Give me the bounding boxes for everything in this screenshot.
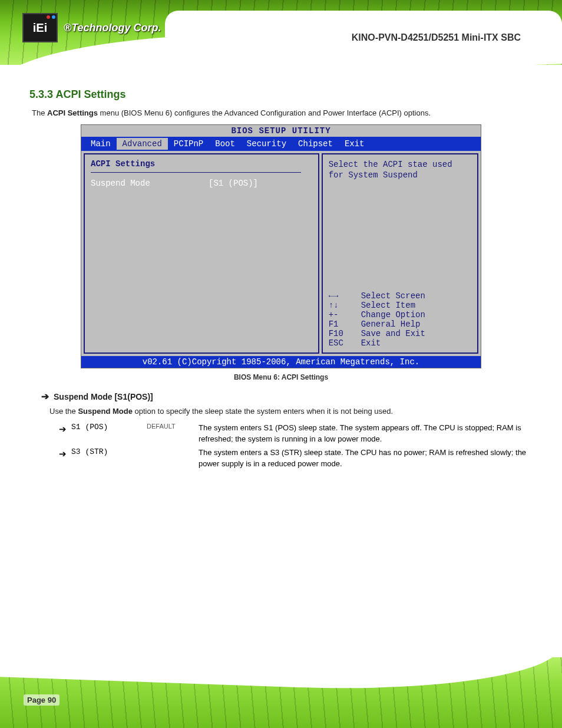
arrow-right-icon: ➔ [59,423,67,436]
bios-key-row: ESCExit [329,338,471,348]
bios-setting-row[interactable]: Suspend Mode [S1 (POS)] [91,179,312,188]
section-title: 5.3.3 ACPI Settings [29,88,538,101]
brand-text: ®Technology Corp. [64,22,161,34]
logo-mark: iEi [22,13,58,42]
document-body: 5.3.3 ACPI Settings The ACPI Settings me… [0,77,562,634]
bios-key-row: ↑↓Select Item [329,301,471,310]
bios-left-panel: ACPI Settings Suspend Mode [S1 (POS)] [84,153,319,354]
bios-setting-label: Suspend Mode [91,179,209,188]
bios-tab-chipset[interactable]: Chipset [292,138,339,150]
product-name: KINO-PVN-D4251/D5251 Mini-ITX SBC [352,32,521,43]
brand-logo: iEi ®Technology Corp. [22,13,161,42]
arrow-right-icon: ➔ [41,392,49,401]
bios-tab-pcipnp[interactable]: PCIPnP [168,138,209,150]
bios-key-row: F1General Help [329,319,471,329]
arrow-right-icon: ➔ [59,447,67,461]
option-value-desc: The system enters a S3 (STR) sleep state… [199,447,538,470]
bios-key-row: F10Save and Exit [329,329,471,338]
option-s1-row: ➔ S1 (POS) DEFAULT The system enters S1 … [59,423,538,445]
bios-tab-security[interactable]: Security [241,138,292,150]
option-heading-text: Suspend Mode [S1(POS)] [54,392,153,401]
bios-screenshot: BIOS SETUP UTILITY Main Advanced PCIPnP … [81,124,481,368]
page-number: Page 90 [24,694,59,706]
bios-main-area: ACPI Settings Suspend Mode [S1 (POS)] Se… [81,151,481,356]
section-number: 5.3.3 [29,88,53,100]
section-heading: ACPI Settings [55,88,125,100]
bios-panel-heading: ACPI Settings [91,159,312,169]
bios-title: BIOS SETUP UTILITY [81,125,481,137]
option-value-label: S3 (STR) [71,447,142,456]
option-value-desc: The system enters S1 (POS) sleep state. … [199,423,538,445]
bios-help-text: Select the ACPI stae used for System Sus… [329,159,471,180]
page-footer-bg [0,657,562,728]
bios-copyright: v02.61 (C)Copyright 1985-2006, American … [81,356,481,368]
option-description: Use the Suspend Mode option to specify t… [49,406,530,417]
bios-tab-advanced[interactable]: Advanced [117,138,168,150]
logo-dots [47,15,55,19]
bios-tab-boot[interactable]: Boot [209,138,241,150]
bios-key-row: +-Change Option [329,310,471,319]
option-value-label: S1 (POS) [71,423,142,431]
bios-setting-value: [S1 (POS)] [209,179,258,188]
bios-key-hints: ←→Select Screen ↑↓Select Item +-Change O… [329,291,471,348]
bios-key-row: ←→Select Screen [329,291,471,301]
bios-menubar: Main Advanced PCIPnP Boot Security Chips… [81,137,481,151]
figure-caption: BIOS Menu 6: ACPI Settings [24,373,538,381]
bios-right-panel: Select the ACPI stae used for System Sus… [322,153,478,354]
option-heading: ➔ Suspend Mode [S1(POS)] [41,392,538,401]
bios-divider [91,172,301,173]
section-intro: The ACPI Settings menu (BIOS Menu 6) con… [32,108,530,118]
bios-tab-main[interactable]: Main [85,138,117,150]
logo-letters: iEi [33,21,47,35]
option-s3-row: ➔ S3 (STR) The system enters a S3 (STR) … [59,447,538,470]
bios-tab-exit[interactable]: Exit [339,138,371,150]
option-default-tag: DEFAULT [147,423,194,430]
